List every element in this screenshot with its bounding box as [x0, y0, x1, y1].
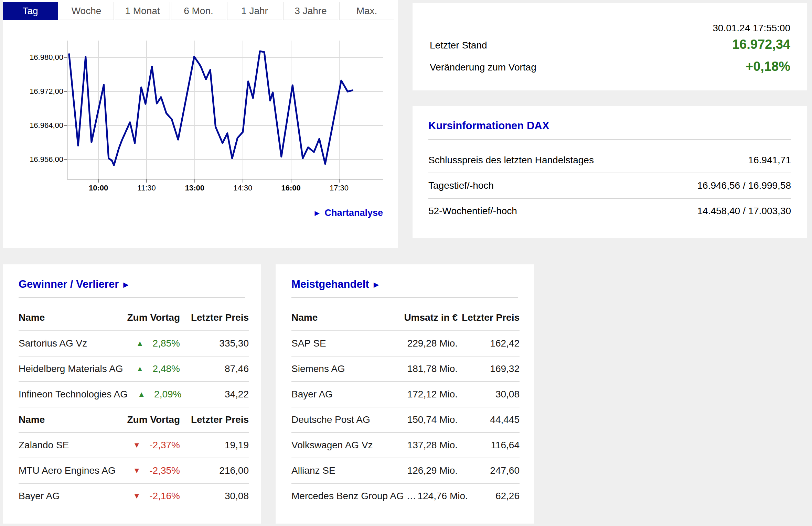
x-tick	[194, 179, 195, 183]
table-header-row: Name Zum Vortag Letzter Preis	[19, 407, 249, 432]
kursinfo-row-label: 52-Wochentief/-hoch	[428, 206, 517, 217]
stock-name: Infineon Technologies AG	[19, 389, 128, 400]
last-price: 44,445	[458, 414, 520, 425]
y-tick-label: 16.980,00	[6, 53, 63, 62]
table-row[interactable]: Allianz SE 126,29 Mio. 247,60	[291, 458, 520, 483]
triangle-up-icon: ▲	[136, 365, 144, 373]
divider	[428, 173, 791, 173]
timeframe-tabs: Tag Woche 1 Monat 6 Mon. 1 Jahr 3 Jahre …	[3, 2, 395, 20]
y-tick	[64, 125, 67, 126]
table-row[interactable]: Bayer AG ▼-2,16% 30,08	[19, 483, 249, 508]
table-row[interactable]: Siemens AG 181,78 Mio. 169,32	[291, 356, 520, 381]
table-row[interactable]: Infineon Technologies AG ▲2,09% 34,22	[19, 381, 249, 407]
last-price: 162,42	[458, 338, 520, 349]
last-price: 216,00	[180, 465, 249, 476]
tab-3-jahre[interactable]: 3 Jahre	[283, 2, 338, 20]
last-price: 116,64	[458, 440, 520, 451]
x-tick	[98, 179, 99, 183]
stock-name: Deutsche Post AG	[291, 414, 396, 425]
divider	[428, 139, 791, 140]
chart-panel: Tag Woche 1 Monat 6 Mon. 1 Jahr 3 Jahre …	[3, 0, 398, 248]
triangle-up-icon: ▲	[138, 391, 145, 398]
kursinfo-row-label: Tagestief/-hoch	[428, 180, 494, 191]
triangle-up-icon: ▲	[136, 340, 144, 347]
last-price: 30,08	[458, 389, 520, 400]
gainers-losers-table: Name Zum Vortag Letzter Preis Sartorius …	[3, 305, 261, 508]
y-tick	[64, 91, 67, 92]
divider	[291, 297, 518, 298]
chartanalyse-link[interactable]: ►Chartanalyse	[313, 208, 383, 218]
stock-name: Bayer AG	[291, 389, 396, 400]
tab-woche[interactable]: Woche	[59, 2, 114, 20]
dax-line-chart	[67, 41, 383, 179]
tab-6-mon[interactable]: 6 Mon.	[171, 2, 226, 20]
tab-1-jahr[interactable]: 1 Jahr	[227, 2, 282, 20]
change-percent: -2,37%	[149, 440, 180, 451]
x-tick-label: 16:00	[272, 184, 310, 193]
y-tick	[64, 57, 67, 58]
table-row[interactable]: Mercedes Benz Group AG … 124,76 Mio. 62,…	[291, 483, 520, 508]
table-row[interactable]: Sartorius AG Vz ▲2,85% 335,30	[19, 330, 249, 356]
table-row[interactable]: Deutsche Post AG 150,74 Mio. 44,445	[291, 407, 520, 432]
tab-1-monat[interactable]: 1 Monat	[115, 2, 170, 20]
gainers-losers-panel: Gewinner / Verlierer► Name Zum Vortag Le…	[3, 264, 261, 524]
table-row[interactable]: Heidelberg Materials AG ▲2,48% 87,46	[19, 356, 249, 381]
divider	[19, 297, 245, 298]
stock-name: Siemens AG	[291, 363, 396, 374]
stock-name: Allianz SE	[291, 465, 396, 476]
triangle-down-icon: ▼	[133, 492, 141, 500]
divider	[428, 198, 791, 199]
stock-name: Volkswagen AG Vz	[291, 440, 396, 451]
price-line-series	[67, 41, 383, 179]
kursinfo-row-value: 16.941,71	[748, 155, 791, 166]
last-price: 34,22	[181, 389, 249, 400]
change-percent: 2,48%	[153, 363, 180, 374]
tab-max[interactable]: Max.	[339, 2, 394, 20]
kursinfo-row-label: Schlusspreis des letzten Handelstages	[428, 155, 594, 166]
kursinformationen-panel: Kursinformationen DAX Schlusspreis des l…	[413, 106, 807, 238]
last-price: 247,60	[458, 465, 520, 476]
most-traded-title[interactable]: Meistgehandelt►	[291, 278, 381, 291]
last-price-label: Letzter Stand	[430, 40, 487, 51]
y-tick-label: 16.956,00	[6, 155, 63, 164]
volume: 124,76 Mio.	[416, 491, 468, 502]
last-price-value: 16.972,34	[732, 37, 790, 52]
kursinfo-row-value: 14.458,40 / 17.003,30	[697, 206, 791, 217]
gainers-losers-title[interactable]: Gewinner / Verlierer►	[19, 278, 130, 291]
stock-name: MTU Aero Engines AG	[19, 465, 125, 476]
volume: 181,78 Mio.	[396, 363, 458, 374]
y-tick-label: 16.964,00	[6, 121, 63, 130]
table-row[interactable]: SAP SE 229,28 Mio. 162,42	[291, 330, 520, 356]
most-traded-panel: Meistgehandelt► Name Umsatz in € Letzter…	[276, 264, 534, 524]
volume: 229,28 Mio.	[396, 338, 458, 349]
tab-tag[interactable]: Tag	[3, 2, 58, 20]
table-header-row: Name Zum Vortag Letzter Preis	[19, 305, 249, 330]
table-header-row: Name Umsatz in € Letzter Preis	[291, 305, 520, 330]
table-row[interactable]: Zalando SE ▼-2,37% 19,19	[19, 432, 249, 458]
volume: 172,12 Mio.	[396, 389, 458, 400]
play-arrow-icon: ►	[372, 280, 381, 290]
change-label: Veränderung zum Vortag	[430, 62, 536, 73]
stock-name: Bayer AG	[19, 491, 125, 502]
x-tick-label: 17:30	[320, 184, 358, 193]
last-price: 30,08	[180, 491, 249, 502]
x-tick-label: 14:30	[224, 184, 262, 193]
change-percent: 2,09%	[154, 389, 181, 400]
last-price: 19,19	[180, 440, 249, 451]
triangle-down-icon: ▼	[133, 441, 141, 449]
x-tick-label: 10:00	[79, 184, 117, 193]
volume: 126,29 Mio.	[396, 465, 458, 476]
stock-name: SAP SE	[291, 338, 396, 349]
volume: 150,74 Mio.	[396, 414, 458, 425]
table-row[interactable]: MTU Aero Engines AG ▼-2,35% 216,00	[19, 458, 249, 483]
last-price: 335,30	[180, 338, 249, 349]
change-value: +0,18%	[746, 59, 790, 74]
quote-panel: 30.01.24 17:55:00 Letzter Stand 16.972,3…	[413, 3, 807, 90]
kursinfo-row-value: 16.946,56 / 16.999,58	[697, 180, 791, 191]
table-row[interactable]: Volkswagen AG Vz 137,28 Mio. 116,64	[291, 432, 520, 458]
stock-name: Mercedes Benz Group AG …	[291, 491, 416, 502]
most-traded-table: Name Umsatz in € Letzter Preis SAP SE 22…	[276, 305, 534, 508]
triangle-down-icon: ▼	[133, 467, 141, 474]
y-tick-label: 16.972,00	[6, 87, 63, 96]
table-row[interactable]: Bayer AG 172,12 Mio. 30,08	[291, 381, 520, 407]
